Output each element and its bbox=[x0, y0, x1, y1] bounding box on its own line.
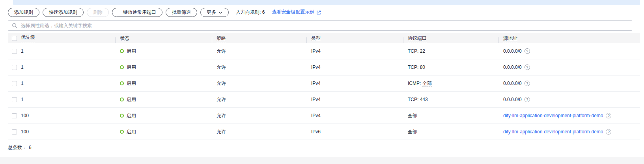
toolbar: 添加规则 快速添加规则 删除 一键放通常用端口 批量筛选 更多 入方向规则: 6… bbox=[8, 8, 321, 17]
protocol-value: TCP: 80 bbox=[408, 64, 425, 70]
row-checkbox[interactable] bbox=[12, 97, 17, 102]
protocol-tip[interactable]: 全部 bbox=[422, 81, 432, 87]
type-value: IPv4 bbox=[311, 48, 321, 54]
type-value: IPv4 bbox=[311, 81, 321, 86]
protocol-value: TCP: 22 bbox=[408, 48, 425, 54]
policy-value: 允许 bbox=[217, 113, 226, 118]
help-icon[interactable]: ? bbox=[525, 64, 530, 70]
status-enabled-icon bbox=[120, 81, 124, 85]
policy-value: 允许 bbox=[217, 129, 226, 135]
status-label: 启用 bbox=[127, 96, 136, 103]
help-icon[interactable]: ? bbox=[606, 113, 611, 118]
chevron-down-icon bbox=[218, 11, 222, 14]
status-label: 启用 bbox=[127, 80, 136, 87]
total-count: 总条数：6 bbox=[8, 144, 32, 151]
policy-value: 允许 bbox=[217, 97, 226, 102]
priority-value: 1 bbox=[21, 81, 24, 86]
source-value: 0.0.0.0/0 bbox=[503, 81, 522, 86]
policy-value: 允许 bbox=[217, 81, 226, 86]
external-link-icon bbox=[316, 10, 321, 15]
table-row: 100 启用 允许 IPv6 全部 dify-llm-application-d… bbox=[8, 124, 640, 140]
inbound-rules-count: 入方向规则: 6 bbox=[236, 9, 265, 16]
status-label: 启用 bbox=[127, 48, 136, 55]
protocol-tip[interactable]: 全部 bbox=[408, 129, 417, 135]
status-label: 启用 bbox=[127, 112, 136, 119]
help-icon[interactable]: ? bbox=[525, 97, 530, 102]
priority-value: 1 bbox=[21, 97, 24, 102]
add-rule-button[interactable]: 添加规则 bbox=[8, 8, 39, 17]
source-value: 0.0.0.0/0 bbox=[503, 64, 522, 70]
status-badge: 启用 bbox=[120, 112, 136, 119]
source-value: 0.0.0.0/0 bbox=[503, 97, 522, 102]
help-icon[interactable]: ? bbox=[525, 48, 530, 54]
row-checkbox[interactable] bbox=[12, 65, 17, 70]
row-checkbox[interactable] bbox=[12, 81, 17, 86]
more-button-label: 更多 bbox=[207, 9, 216, 16]
open-common-ports-button[interactable]: 一键放通常用端口 bbox=[112, 8, 162, 17]
column-header-status: 状态 bbox=[120, 35, 129, 41]
column-header-source[interactable]: 源地址 bbox=[503, 35, 517, 42]
status-badge: 启用 bbox=[120, 80, 136, 87]
search-icon bbox=[12, 23, 17, 28]
status-enabled-icon bbox=[120, 114, 124, 118]
type-value: IPv4 bbox=[311, 64, 321, 70]
view-security-group-example-link[interactable]: 查看安全组配置示例 bbox=[272, 9, 321, 16]
total-count-label: 总条数： bbox=[8, 145, 27, 150]
top-notice-banner bbox=[13, 0, 640, 5]
filter-search-bar[interactable] bbox=[8, 20, 632, 31]
protocol-value: ICMP: bbox=[408, 81, 421, 86]
delete-button[interactable]: 删除 bbox=[87, 8, 109, 17]
status-label: 启用 bbox=[127, 129, 136, 135]
table-row: 100 启用 允许 IPv4 全部 dify-llm-application-d… bbox=[8, 108, 640, 124]
more-button[interactable]: 更多 bbox=[200, 8, 229, 17]
table-row: 1 启用 允许 IPv4 ICMP:全部 0.0.0.0/0 ? bbox=[8, 76, 640, 92]
priority-value: 1 bbox=[21, 64, 24, 70]
quick-add-rule-button[interactable]: 快速添加规则 bbox=[43, 8, 84, 17]
column-header-type: 类型 bbox=[311, 35, 321, 41]
total-count-value: 6 bbox=[29, 145, 32, 150]
status-enabled-icon bbox=[120, 130, 124, 134]
status-badge: 启用 bbox=[120, 64, 136, 71]
row-checkbox[interactable] bbox=[12, 129, 17, 135]
source-value[interactable]: dify-llm-application-development-platfor… bbox=[503, 113, 603, 118]
column-header-protocol-port[interactable]: 协议端口 bbox=[408, 35, 427, 42]
select-all-checkbox[interactable] bbox=[12, 36, 17, 41]
batch-filter-button[interactable]: 批量筛选 bbox=[166, 8, 197, 17]
row-checkbox[interactable] bbox=[12, 49, 17, 54]
status-enabled-icon bbox=[120, 65, 124, 69]
priority-value: 1 bbox=[21, 48, 24, 54]
search-input[interactable] bbox=[20, 22, 628, 29]
source-value[interactable]: dify-llm-application-development-platfor… bbox=[503, 129, 603, 135]
row-checkbox[interactable] bbox=[12, 113, 17, 118]
security-group-rules-panel: 添加规则 快速添加规则 删除 一键放通常用端口 批量筛选 更多 入方向规则: 6… bbox=[0, 0, 644, 157]
protocol-value: TCP: 443 bbox=[408, 97, 428, 102]
source-value: 0.0.0.0/0 bbox=[503, 48, 522, 54]
table-row: 1 启用 允许 IPv4 TCP: 22 0.0.0.0/0 ? bbox=[8, 43, 640, 59]
status-label: 启用 bbox=[127, 64, 136, 71]
type-value: IPv6 bbox=[311, 129, 321, 135]
column-header-policy[interactable]: 策略 bbox=[217, 35, 226, 42]
view-example-link-label: 查看安全组配置示例 bbox=[272, 9, 314, 16]
type-value: IPv4 bbox=[311, 113, 321, 118]
table-row: 1 启用 允许 IPv4 TCP: 443 0.0.0.0/0 ? bbox=[8, 92, 640, 108]
priority-value: 100 bbox=[21, 113, 29, 118]
priority-value: 100 bbox=[21, 129, 29, 135]
policy-value: 允许 bbox=[217, 64, 226, 70]
table-body: 1 启用 允许 IPv4 TCP: 22 0.0.0.0/0 ? 1 bbox=[8, 43, 640, 140]
type-value: IPv4 bbox=[311, 97, 321, 102]
status-enabled-icon bbox=[120, 98, 124, 101]
status-badge: 启用 bbox=[120, 96, 136, 103]
table-header: 优先级 状态 策略 类型 协议端口 源地址 bbox=[8, 33, 640, 43]
protocol-tip[interactable]: 全部 bbox=[408, 113, 417, 119]
status-enabled-icon bbox=[120, 49, 124, 53]
column-header-priority[interactable]: 优先级 bbox=[21, 34, 35, 42]
status-badge: 启用 bbox=[120, 129, 136, 135]
table-row: 1 启用 允许 IPv4 TCP: 80 0.0.0.0/0 ? bbox=[8, 59, 640, 76]
help-icon[interactable]: ? bbox=[606, 129, 611, 135]
policy-value: 允许 bbox=[217, 48, 226, 54]
status-badge: 启用 bbox=[120, 48, 136, 55]
rules-table: 优先级 状态 策略 类型 协议端口 源地址 1 bbox=[8, 33, 640, 140]
help-icon[interactable]: ? bbox=[525, 81, 530, 86]
